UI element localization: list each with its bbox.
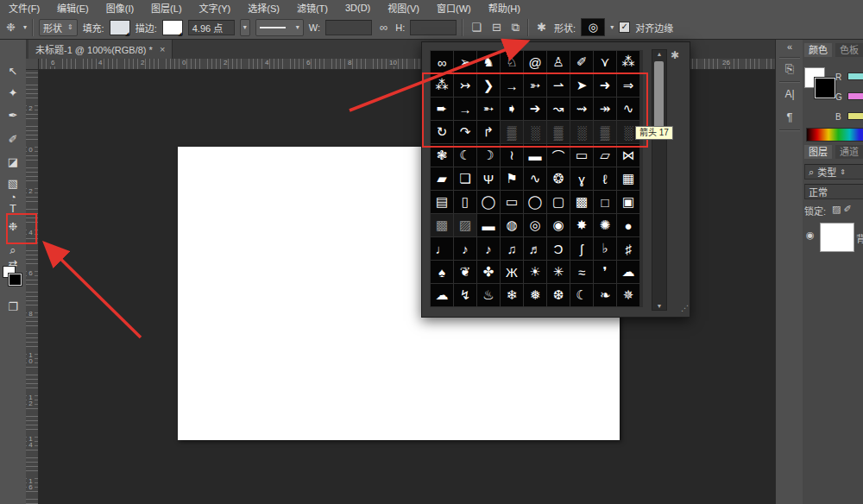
eraser-tool[interactable]: ◪ — [0, 154, 26, 171]
scroll-down-icon[interactable]: ▼ — [652, 303, 666, 309]
shape-scrollbar[interactable]: ▲ ▼ — [652, 49, 667, 311]
shape-cell[interactable]: ♯ — [617, 237, 639, 260]
shape-cell[interactable]: ➤ — [570, 74, 593, 97]
shape-cell[interactable]: ░ — [570, 121, 593, 143]
tool-preset-dd-icon[interactable]: ▾ — [23, 23, 27, 31]
shape-cell[interactable]: ▩ — [431, 214, 453, 236]
shape-cell[interactable]: ⇝ — [570, 98, 593, 120]
shape-cell[interactable]: ☀ — [524, 261, 546, 283]
menu-item[interactable]: 视图(V) — [379, 1, 428, 15]
shape-cell[interactable]: ∿ — [617, 98, 639, 120]
shape-cell[interactable]: ʃ — [570, 237, 593, 260]
shape-cell[interactable]: ❆ — [547, 284, 570, 306]
shape-cell[interactable]: ⇒ — [617, 74, 639, 97]
type-tool[interactable]: T — [0, 200, 26, 217]
shape-cell[interactable]: ❂ — [547, 167, 570, 190]
shape-cell[interactable]: ❏ — [454, 167, 476, 190]
shape-cell[interactable]: ❯ — [477, 74, 500, 97]
screen-mode-button[interactable]: ❐ — [0, 299, 26, 316]
shape-cell[interactable]: ░ — [524, 121, 546, 143]
link-dimensions-icon[interactable]: ∞ — [377, 21, 390, 34]
shape-mode-select[interactable]: 形状⇕ — [39, 19, 78, 36]
tab-swatches[interactable]: 色板 — [835, 43, 863, 57]
collapse-panels-icon[interactable]: « — [776, 41, 803, 52]
lock-icons[interactable]: ▨ ✐ — [832, 204, 852, 215]
shape-cell[interactable]: Ɔ — [547, 237, 570, 260]
shape-cell[interactable]: ▨ — [454, 214, 476, 236]
panel-group-icon[interactable]: ⎘ — [776, 62, 803, 76]
shape-cell[interactable]: ▩ — [570, 191, 593, 213]
shape-cell[interactable]: ✤ — [477, 261, 500, 283]
align-edges-checkbox[interactable]: ✓ — [619, 22, 630, 33]
shape-cell[interactable]: ⌒ — [547, 144, 570, 167]
stroke-width-field[interactable]: 4.96 点 — [188, 20, 235, 35]
shape-cell[interactable]: ⚑ — [501, 167, 523, 190]
shape-cell[interactable]: ✵ — [617, 284, 639, 306]
background-color-swatch[interactable] — [9, 274, 22, 286]
shape-cell[interactable]: ▯ — [454, 191, 476, 213]
shape-cell[interactable]: ◯ — [524, 191, 546, 213]
tool-preset-icon[interactable]: ❉ — [3, 21, 18, 34]
w-input[interactable] — [325, 20, 372, 35]
shape-cell[interactable]: ↱ — [477, 121, 500, 143]
menu-item[interactable]: 图像(I) — [98, 1, 142, 15]
shape-cell[interactable]: ℓ — [594, 167, 616, 190]
custom-shape-tool[interactable]: ❉ — [0, 218, 26, 236]
shape-cell[interactable]: ✸ — [570, 214, 593, 236]
tab-color[interactable]: 颜色 — [804, 43, 832, 57]
shape-cell[interactable]: ➧ — [501, 98, 523, 120]
shape-cell[interactable]: ● — [617, 214, 639, 236]
shape-cell[interactable]: ✺ — [594, 214, 616, 236]
shape-cell[interactable]: ɣ — [570, 167, 593, 190]
menu-item[interactable]: 文件(F) — [0, 1, 48, 15]
shape-cell[interactable]: ♙ — [547, 51, 570, 73]
shape-cell[interactable]: ▦ — [617, 167, 639, 190]
shape-cell[interactable]: ❅ — [524, 284, 546, 306]
shape-cell[interactable]: ▭ — [501, 191, 523, 213]
shape-cell[interactable]: ↠ — [594, 98, 616, 120]
shape-cell[interactable]: ↻ — [431, 121, 453, 143]
shape-cell[interactable]: ➵ — [477, 98, 500, 120]
shape-cell[interactable]: ≀ — [501, 144, 523, 167]
h-input[interactable] — [410, 20, 457, 35]
r-channel-slider[interactable] — [847, 72, 863, 80]
fill-swatch[interactable]: ◢ — [110, 20, 130, 35]
shape-cell[interactable]: ◯ — [477, 191, 500, 213]
shape-cell[interactable]: ◉ — [547, 214, 570, 236]
shape-cell[interactable]: ⋎ — [594, 51, 616, 73]
shape-cell[interactable]: ∞ — [431, 51, 453, 73]
g-channel-slider[interactable] — [847, 92, 863, 100]
shape-cell[interactable]: ↯ — [454, 284, 476, 306]
shape-cell[interactable]: ↝ — [547, 98, 570, 120]
shape-cell[interactable]: ⁂ — [617, 51, 639, 73]
shape-cell[interactable]: ☾ — [570, 284, 593, 306]
shape-cell[interactable]: ▒ — [547, 121, 570, 143]
paragraph-panel-icon[interactable]: ¶ — [776, 110, 803, 123]
shape-cell[interactable]: → — [454, 98, 476, 120]
layer-thumbnail[interactable] — [820, 223, 854, 252]
eyedropper-tool[interactable]: ✒ — [0, 107, 26, 124]
shape-cell[interactable]: ❜ — [594, 261, 616, 283]
shape-cell[interactable]: ▒ — [594, 121, 616, 143]
layer-visibility-eye-icon[interactable]: ◉ — [806, 230, 815, 241]
shape-cell[interactable]: ☾ — [454, 144, 476, 167]
shape-cell[interactable]: ♬ — [524, 237, 546, 260]
menu-item[interactable]: 图层(L) — [142, 1, 190, 15]
stroke-swatch[interactable]: ◢ — [162, 20, 183, 35]
shape-cell[interactable]: ↣ — [454, 74, 476, 97]
shape-cell[interactable]: ❃ — [431, 144, 453, 167]
shape-cell[interactable]: ♪ — [477, 237, 500, 260]
shape-cell[interactable]: ➨ — [431, 98, 453, 120]
shape-cell[interactable]: ♞ — [477, 51, 500, 73]
shape-cell[interactable]: ▬ — [477, 214, 500, 236]
close-tab-icon[interactable]: × — [160, 44, 165, 54]
brush-tool[interactable]: ✐ — [0, 131, 26, 148]
shape-cell[interactable]: ♠ — [431, 261, 453, 283]
menu-item[interactable]: 窗口(W) — [428, 1, 480, 15]
stroke-width-dd[interactable]: ▾ — [240, 19, 250, 36]
menu-item[interactable]: 3D(D) — [337, 3, 379, 13]
shape-cell[interactable]: ◎ — [524, 214, 546, 236]
shape-cell[interactable]: ▱ — [594, 144, 616, 167]
shape-cell[interactable]: ▣ — [617, 191, 639, 213]
shape-cell[interactable]: ☽ — [477, 144, 500, 167]
